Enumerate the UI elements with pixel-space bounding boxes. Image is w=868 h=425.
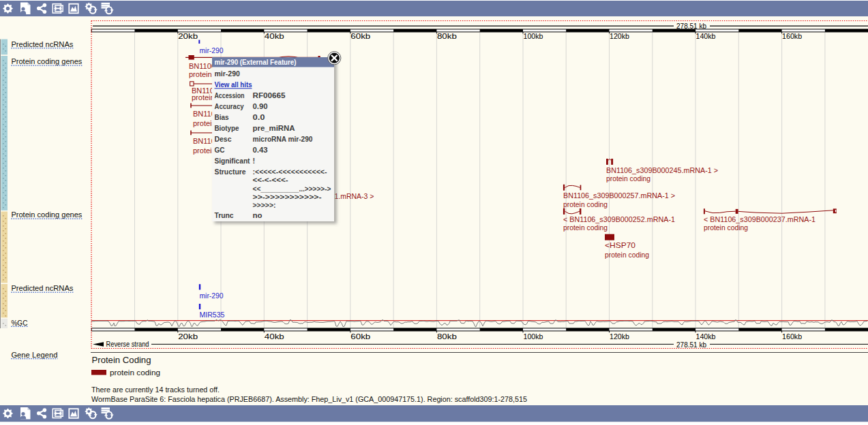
svg-text:20kb: 20kb	[178, 32, 198, 40]
svg-text:protein coding: protein coding	[110, 368, 160, 377]
svg-text:no: no	[253, 211, 263, 219]
svg-text:BN1106_s309B000245.mRNA-1 >: BN1106_s309B000245.mRNA-1 >	[606, 166, 718, 174]
svg-text:pre_miRNA: pre_miRNA	[253, 124, 295, 132]
svg-text:<HSP70: <HSP70	[605, 241, 635, 249]
svg-text:protein coding: protein coding	[605, 251, 649, 259]
svg-text:100kb: 100kb	[524, 332, 543, 341]
svg-text:Predicted ncRNAs: Predicted ncRNAs	[11, 284, 74, 292]
svg-text:microRNA mir-290: microRNA mir-290	[253, 135, 313, 143]
svg-text:mir-290: mir-290	[200, 46, 224, 54]
svg-text:< BN1106_s309B000252.mRNA-1: < BN1106_s309B000252.mRNA-1	[563, 215, 675, 223]
svg-text:Biotype: Biotype	[215, 124, 239, 132]
svg-text:<<-<-<<<-: <<-<-<<<-	[253, 176, 289, 184]
svg-text:40kb: 40kb	[265, 332, 284, 341]
svg-text:Significant: Significant	[215, 157, 250, 165]
svg-text:mir-290 (External Feature): mir-290 (External Feature)	[215, 58, 297, 66]
svg-text:160kb: 160kb	[782, 332, 802, 341]
svg-text:278.51 kb: 278.51 kb	[676, 341, 706, 349]
svg-text:Reverse strand: Reverse strand	[106, 340, 149, 348]
svg-text:40kb: 40kb	[265, 32, 284, 40]
svg-text:140kb: 140kb	[696, 32, 716, 40]
svg-text:0.43: 0.43	[253, 146, 268, 154]
svg-text:0.0: 0.0	[253, 113, 265, 121]
svg-text:%GC: %GC	[11, 319, 27, 327]
svg-text:100kb: 100kb	[524, 32, 543, 40]
svg-text:Desc: Desc	[215, 135, 232, 143]
svg-text:RF00665: RF00665	[253, 91, 286, 99]
svg-text:GC: GC	[215, 146, 225, 154]
svg-text:View all hits: View all hits	[215, 80, 252, 89]
svg-text:<<__________...>>>>>->: <<__________...>>>>>->	[253, 185, 331, 193]
svg-text:80kb: 80kb	[437, 32, 457, 40]
svg-text:Accuracy: Accuracy	[215, 102, 244, 110]
svg-text:160kb: 160kb	[782, 32, 802, 40]
svg-text:protein coding: protein coding	[704, 223, 748, 232]
svg-text:Gene Legend: Gene Legend	[11, 351, 57, 359]
svg-text:>>->>>>>>>>>>>-: >>->>>>>>>>>>>-	[253, 193, 323, 201]
svg-text:80kb: 80kb	[437, 332, 457, 341]
svg-text:0.90: 0.90	[253, 102, 268, 110]
svg-text:140kb: 140kb	[696, 332, 716, 341]
svg-text::<<<<<-<<<<<<<<<<<-: :<<<<<-<<<<<<<<<<<-	[253, 168, 327, 176]
svg-text:Bias: Bias	[215, 113, 229, 121]
svg-text:BN1106_s309B000257.mRNA-1 >: BN1106_s309B000257.mRNA-1 >	[563, 191, 675, 200]
svg-text:>>>>>:: >>>>>:	[253, 201, 276, 209]
svg-text:Accession: Accession	[215, 91, 245, 99]
svg-text:!: !	[253, 157, 256, 165]
svg-text:mir-290: mir-290	[215, 69, 241, 78]
svg-text:protein coding: protein coding	[563, 223, 608, 232]
svg-text:protein coding: protein coding	[606, 174, 650, 183]
svg-text:120kb: 120kb	[610, 32, 629, 40]
svg-text:mir-290: mir-290	[200, 292, 224, 300]
svg-text:Protein coding genes: Protein coding genes	[11, 57, 82, 65]
svg-text:Trunc: Trunc	[215, 211, 234, 219]
svg-text:protein coding: protein coding	[563, 200, 608, 208]
svg-text:There are currently 14 tracks: There are currently 14 tracks turned off…	[91, 385, 220, 394]
svg-text:< BN1106_s309B000237.mRNA-1: < BN1106_s309B000237.mRNA-1	[704, 215, 815, 223]
svg-text:WormBase ParaSite 6: Fasciola: WormBase ParaSite 6: Fasciola hepatica (…	[91, 395, 527, 403]
svg-text:MIR535: MIR535	[200, 311, 225, 319]
svg-text:120kb: 120kb	[610, 332, 629, 341]
svg-text:60kb: 60kb	[350, 32, 370, 40]
svg-text:Protein Coding: Protein Coding	[92, 356, 151, 365]
svg-text:Structure: Structure	[215, 168, 246, 176]
svg-text:Protein coding genes: Protein coding genes	[11, 210, 82, 219]
svg-text:60kb: 60kb	[350, 332, 370, 341]
svg-text:20kb: 20kb	[178, 332, 198, 341]
svg-text:Predicted ncRNAs: Predicted ncRNAs	[11, 40, 74, 48]
svg-text:278.51 kb: 278.51 kb	[676, 22, 706, 30]
